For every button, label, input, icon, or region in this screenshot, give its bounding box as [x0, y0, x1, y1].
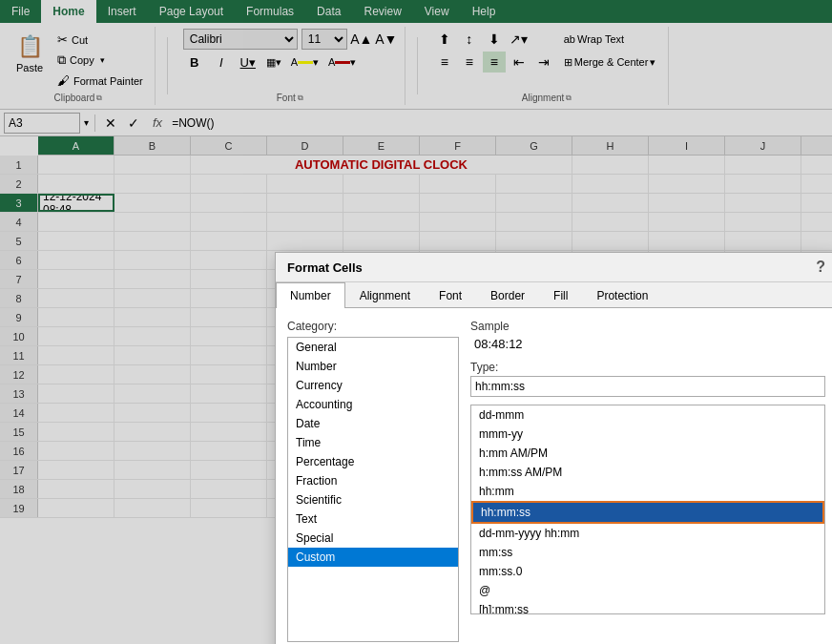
sample-value: 08:48:12	[470, 335, 825, 353]
type-section: Type:	[470, 361, 825, 397]
dialog-tab-fill[interactable]: Fill	[539, 282, 582, 308]
modal-overlay: Format Cells ? Number Alignment Font Bor…	[0, 0, 832, 644]
format-cells-dialog: Format Cells ? Number Alignment Font Bor…	[275, 252, 832, 644]
category-list[interactable]: General Number Currency Accounting Date …	[287, 337, 459, 642]
type-hh-mm[interactable]: hh:mm	[471, 482, 824, 501]
type-hh-mm-ss[interactable]: hh:mm:ss	[471, 501, 824, 524]
type-mm-ss-0[interactable]: mm:ss.0	[471, 562, 824, 581]
type-dd-mmm[interactable]: dd-mmm	[471, 405, 824, 425]
type-list[interactable]: dd-mmm mmm-yy h:mm AM/PM h:mm:ss AM/PM h…	[470, 405, 825, 614]
dialog-tab-bar: Number Alignment Font Border Fill Protec…	[276, 282, 832, 308]
type-h-mmss-ampm[interactable]: h:mm:ss AM/PM	[471, 463, 824, 482]
type-mm-ss[interactable]: mm:ss	[471, 543, 824, 562]
category-text[interactable]: Text	[288, 509, 458, 529]
dialog-tab-protection[interactable]: Protection	[582, 282, 662, 308]
sample-section: Sample 08:48:12	[470, 320, 825, 353]
right-panel: Sample 08:48:12 Type: dd-mmm mmm-yy h:mm…	[470, 320, 825, 644]
category-general[interactable]: General	[288, 338, 458, 357]
dialog-tab-number[interactable]: Number	[276, 282, 345, 308]
dialog-title-bar: Format Cells ?	[276, 253, 832, 282]
dialog-tab-alignment[interactable]: Alignment	[345, 282, 425, 308]
type-h-mm-ss[interactable]: [h]:mm:ss	[471, 600, 824, 614]
category-fraction[interactable]: Fraction	[288, 471, 458, 490]
category-scientific[interactable]: Scientific	[288, 490, 458, 509]
category-percentage[interactable]: Percentage	[288, 452, 458, 471]
dialog-body: Category: General Number Currency Accoun…	[276, 308, 832, 644]
category-time[interactable]: Time	[288, 433, 458, 452]
category-special[interactable]: Special	[288, 529, 458, 548]
type-input[interactable]	[470, 376, 825, 397]
type-at[interactable]: @	[471, 581, 824, 600]
sample-label: Sample	[470, 320, 825, 333]
type-label: Type:	[470, 361, 825, 374]
dialog-tab-font[interactable]: Font	[425, 282, 476, 308]
type-dd-mm-yyyy-hh-mm[interactable]: dd-mm-yyyy hh:mm	[471, 524, 824, 543]
category-number[interactable]: Number	[288, 357, 458, 376]
type-h-mm-ampm[interactable]: h:mm AM/PM	[471, 444, 824, 463]
dialog-title: Format Cells	[287, 260, 363, 275]
category-currency[interactable]: Currency	[288, 376, 458, 395]
category-custom[interactable]: Custom	[288, 548, 458, 567]
category-label: Category:	[287, 320, 459, 333]
dialog-tab-border[interactable]: Border	[476, 282, 539, 308]
category-section: Category: General Number Currency Accoun…	[287, 320, 459, 644]
category-date[interactable]: Date	[288, 414, 458, 433]
type-mmm-yy[interactable]: mmm-yy	[471, 425, 824, 444]
category-accounting[interactable]: Accounting	[288, 395, 458, 414]
dialog-close-button[interactable]: ?	[816, 259, 825, 276]
